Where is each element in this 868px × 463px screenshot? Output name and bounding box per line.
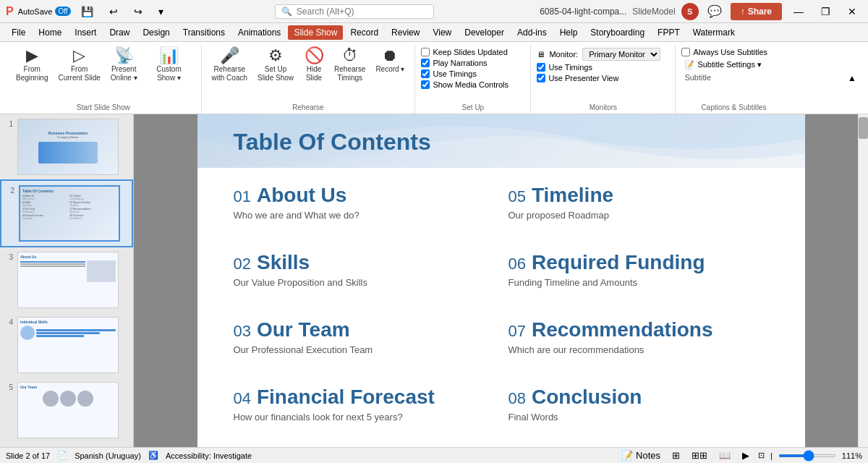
item-num-03: 03 bbox=[234, 322, 251, 341]
autosave-label: AutoSave bbox=[18, 7, 53, 16]
menu-record[interactable]: Record bbox=[344, 25, 384, 40]
slide-notes-icon: 📄 bbox=[57, 451, 67, 460]
save-button[interactable]: 💾 bbox=[75, 3, 99, 20]
slide-canvas: Table Of Contents 01 About Us Who we are… bbox=[197, 114, 805, 447]
autosave-state: Off bbox=[58, 7, 67, 15]
search-icon: 🔍 bbox=[281, 7, 292, 17]
menu-developer[interactable]: Developer bbox=[459, 25, 510, 40]
hide-slide-button[interactable]: 🚫 HideSlide bbox=[299, 45, 328, 85]
menu-slideshow[interactable]: Slide Show bbox=[288, 25, 343, 40]
keep-slides-input[interactable] bbox=[421, 48, 430, 56]
menu-addins[interactable]: Add-ins bbox=[511, 25, 553, 40]
scrollbar-thumb[interactable] bbox=[859, 117, 868, 139]
custom-show-button[interactable]: 📊 Custom Show ▾ bbox=[143, 45, 195, 85]
menu-draw[interactable]: Draw bbox=[103, 25, 135, 40]
item-sub-03: Our Professional Execution Team bbox=[234, 344, 494, 355]
rehearse-timings-button[interactable]: ⏱ RehearseTimings bbox=[330, 45, 370, 85]
search-input[interactable] bbox=[297, 7, 427, 17]
app-name: SlideModel bbox=[632, 7, 675, 17]
monitor-select[interactable]: Primary Monitor bbox=[582, 48, 660, 61]
record-button[interactable]: ⏺ Record ▾ bbox=[371, 45, 409, 77]
slide-img-4: Individual Skills bbox=[17, 317, 119, 373]
rehearse-coach-button[interactable]: 🎤 Rehearsewith Coach bbox=[208, 45, 252, 85]
menu-transitions[interactable]: Transitions bbox=[177, 25, 231, 40]
menu-insert[interactable]: Insert bbox=[69, 25, 102, 40]
keep-slides-checkbox[interactable]: Keep Slides Updated bbox=[421, 48, 509, 56]
slide-item-08: 08 Conclusion Final Words bbox=[501, 377, 776, 444]
share-button[interactable]: ↑ Share bbox=[731, 3, 782, 20]
play-current-icon: ▷ bbox=[73, 48, 85, 64]
menu-animations[interactable]: Animations bbox=[232, 25, 286, 40]
slideshow-view-button[interactable]: ▶ bbox=[739, 449, 752, 462]
from-current-button[interactable]: ▷ FromCurrent Slide bbox=[54, 45, 104, 85]
always-subtitles-input[interactable] bbox=[681, 48, 690, 56]
titlebar-right: 6085-04-light-compa... SlideModel S 💬 ↑ … bbox=[540, 1, 862, 21]
more-tools-button[interactable]: ▾ bbox=[153, 3, 169, 20]
slide-thumb-3[interactable]: 3 About Us bbox=[0, 247, 133, 313]
use-presenter-checkbox[interactable]: Use Presenter View bbox=[537, 74, 660, 82]
play-narrations-input[interactable] bbox=[421, 59, 430, 67]
undo-button[interactable]: ↩ bbox=[103, 3, 124, 20]
autosave-toggle[interactable]: Off bbox=[55, 7, 70, 16]
present-online-button[interactable]: 📡 PresentOnline ▾ bbox=[106, 45, 142, 85]
item-title-06: Required Funding bbox=[532, 251, 705, 274]
slide-item-06: 06 Required Funding Funding Timeline and… bbox=[501, 242, 776, 310]
reading-view-button[interactable]: 📖 bbox=[716, 449, 733, 462]
search-box[interactable]: 🔍 bbox=[275, 4, 434, 19]
menu-view[interactable]: View bbox=[427, 25, 457, 40]
redo-button[interactable]: ↪ bbox=[128, 3, 148, 20]
slide-thumb-4[interactable]: 4 Individual Skills bbox=[0, 313, 133, 378]
show-media-checkbox[interactable]: Show Media Controls bbox=[421, 80, 509, 89]
menu-review[interactable]: Review bbox=[386, 25, 425, 40]
use-timings-input[interactable] bbox=[421, 69, 430, 78]
zoom-slider[interactable] bbox=[778, 454, 836, 457]
always-subtitles-checkbox[interactable]: Always Use Subtitles bbox=[681, 48, 767, 56]
comments-button[interactable]: 💬 bbox=[705, 1, 725, 21]
item-num-02: 02 bbox=[234, 255, 251, 273]
monitor-label: Monitor: bbox=[549, 50, 578, 59]
zoom-level: 111% bbox=[842, 451, 862, 460]
menu-home[interactable]: Home bbox=[33, 25, 67, 40]
normal-view-button[interactable]: ⊞ bbox=[669, 449, 683, 462]
setup-slideshow-button[interactable]: ⚙ Set UpSlide Show bbox=[253, 45, 298, 85]
use-presenter-input[interactable] bbox=[537, 74, 545, 82]
menu-fppt[interactable]: FPPT bbox=[652, 25, 686, 40]
vertical-scrollbar[interactable] bbox=[858, 114, 868, 447]
minimize-button[interactable]: — bbox=[788, 3, 809, 20]
notes-label: Notes bbox=[636, 450, 660, 461]
use-timings2-input[interactable] bbox=[537, 63, 545, 72]
slide-img-3: About Us bbox=[17, 252, 119, 308]
slide-thumb-5[interactable]: 5 Our Team bbox=[0, 378, 133, 443]
slide-num-4: 4 bbox=[3, 317, 13, 326]
slide-content-grid: 01 About Us Who we are and What we do? 0… bbox=[197, 175, 805, 444]
item-sub-04: How our financials look for next 5 years… bbox=[234, 412, 494, 422]
item-num-01: 01 bbox=[234, 187, 251, 206]
slide-item-02: 02 Skills Our Value Proposition and Skil… bbox=[226, 242, 501, 310]
slide-thumb-1[interactable]: 1 Business Presentation Company Name bbox=[0, 114, 133, 179]
restore-button[interactable]: ❐ bbox=[815, 3, 836, 20]
slide-thumb-6[interactable]: 6 2 Caffeine Language Sample bbox=[0, 443, 133, 447]
ribbon-expand-button[interactable]: ▲ bbox=[842, 70, 862, 86]
menu-help[interactable]: Help bbox=[554, 25, 584, 40]
menu-storyboarding[interactable]: Storyboarding bbox=[584, 25, 650, 40]
slide-item-03: 03 Our Team Our Professional Execution T… bbox=[226, 310, 501, 377]
slide-thumb-2[interactable]: 2 Table Of Contents 01 About UsWho we ar… bbox=[0, 179, 133, 247]
captions-label: Captions & Subtitles bbox=[681, 103, 786, 114]
menu-design[interactable]: Design bbox=[137, 25, 175, 40]
subtitle-settings-label: Subtitle Settings ▾ bbox=[697, 60, 762, 69]
menu-watermark[interactable]: Watermark bbox=[687, 25, 741, 40]
close-button[interactable]: ✕ bbox=[842, 3, 862, 20]
subtitle-label: Subtitle bbox=[681, 73, 767, 82]
subtitle-settings-button[interactable]: 📝 Subtitle Settings ▾ bbox=[681, 59, 767, 71]
use-timings-checkbox[interactable]: Use Timings bbox=[421, 69, 509, 78]
from-beginning-button[interactable]: ▶ FromBeginning bbox=[12, 45, 52, 85]
use-timings2-checkbox[interactable]: Use Timings bbox=[537, 63, 660, 72]
item-sub-06: Funding Timeline and Amounts bbox=[509, 277, 769, 288]
slide-sorter-button[interactable]: ⊞⊞ bbox=[689, 449, 710, 462]
avatar[interactable]: S bbox=[681, 3, 699, 20]
play-narrations-checkbox[interactable]: Play Narrations bbox=[421, 59, 509, 67]
show-media-input[interactable] bbox=[421, 80, 430, 89]
custom-show-icon: 📊 bbox=[159, 48, 179, 64]
notes-button[interactable]: 📝 Notes bbox=[618, 449, 663, 462]
menu-file[interactable]: File bbox=[6, 25, 31, 40]
